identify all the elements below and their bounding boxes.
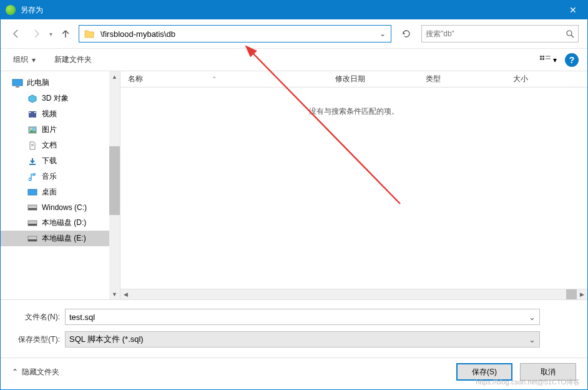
scroll-up-icon[interactable]: ▲ (109, 71, 120, 82)
svg-rect-24 (28, 239, 37, 241)
chevron-down-icon[interactable]: ⌄ (375, 29, 391, 38)
scroll-down-icon[interactable]: ▼ (109, 289, 120, 299)
filename-input[interactable]: test.sql ⌄ (65, 309, 540, 325)
document-icon (27, 141, 38, 151)
svg-rect-18 (28, 189, 37, 195)
window-title: 另存为 (21, 5, 559, 16)
tree-label: 3D 对象 (42, 93, 69, 104)
svg-rect-2 (540, 56, 542, 58)
organize-label: 组织 (13, 54, 28, 65)
tree-desktop[interactable]: 桌面 (1, 184, 109, 200)
filetype-select[interactable]: SQL 脚本文件 (*.sql) ⌄ (65, 331, 540, 348)
col-name-header[interactable]: 名称 ⌃ (128, 74, 335, 84)
chevron-down-icon[interactable]: ⌄ (529, 312, 536, 322)
search-input[interactable] (422, 29, 562, 38)
tree-label: 桌面 (42, 187, 57, 198)
desktop-icon (27, 188, 38, 198)
filetype-label: 保存类型(T): (12, 334, 65, 345)
tree-drive-d[interactable]: 本地磁盘 (D:) (1, 215, 109, 231)
organize-button[interactable]: 组织 ▾ (9, 52, 39, 68)
sidebar-tree: 此电脑 3D 对象 视频 图片 文档 (1, 71, 109, 299)
view-options-button[interactable]: ▾ (537, 53, 559, 67)
drive-icon (27, 218, 38, 228)
scroll-left-icon[interactable]: ◀ (120, 289, 131, 300)
tree-label: 此电脑 (27, 78, 49, 88)
film-icon (27, 109, 38, 119)
hide-folders-toggle[interactable]: ⌃ 隐藏文件夹 (12, 367, 59, 378)
svg-rect-22 (28, 224, 37, 226)
horizontal-scrollbar[interactable]: ◀ ▶ (120, 289, 587, 299)
tree-videos[interactable]: 视频 (1, 106, 109, 122)
picture-icon (27, 125, 38, 135)
scroll-right-icon[interactable]: ▶ (577, 289, 587, 300)
col-type-header[interactable]: 类型 (426, 74, 513, 84)
tree-label: 本地磁盘 (D:) (42, 218, 86, 228)
search-icon[interactable] (562, 29, 578, 38)
svg-rect-4 (540, 58, 542, 60)
tree-downloads[interactable]: 下载 (1, 153, 109, 169)
filetype-value: SQL 脚本文件 (*.sql) (69, 334, 144, 345)
new-folder-button[interactable]: 新建文件夹 (51, 52, 96, 68)
scroll-thumb[interactable] (566, 289, 577, 300)
scroll-thumb[interactable] (109, 146, 120, 215)
title-bar: 另存为 ✕ (1, 1, 587, 19)
tree-label: 音乐 (42, 171, 57, 182)
col-size-header[interactable]: 大小 (513, 74, 580, 84)
tree-label: 下载 (42, 156, 57, 166)
tree-label: Windows (C:) (42, 203, 87, 212)
nav-back-button[interactable] (9, 27, 23, 41)
tree-drive-e[interactable]: 本地磁盘 (E:) (1, 231, 109, 246)
help-icon[interactable]: ? (565, 53, 579, 67)
nav-history-dropdown[interactable]: ▾ (49, 31, 52, 38)
tree-documents[interactable]: 文档 (1, 138, 109, 153)
tree-3dobjects[interactable]: 3D 对象 (1, 91, 109, 106)
svg-rect-12 (34, 112, 36, 113)
svg-rect-3 (542, 56, 544, 58)
music-icon (27, 172, 38, 182)
address-path: \firsblood-mybatis\db (99, 29, 375, 39)
download-icon (27, 156, 38, 166)
address-bar[interactable]: \firsblood-mybatis\db ⌄ (79, 25, 391, 42)
tree-label: 本地磁盘 (E:) (42, 233, 86, 244)
tree-label: 文档 (42, 140, 57, 151)
chevron-down-icon[interactable]: ⌄ (529, 335, 536, 344)
chevron-down-icon: ▾ (553, 56, 557, 64)
svg-point-0 (567, 31, 572, 36)
filename-value: test.sql (69, 312, 95, 322)
svg-rect-20 (28, 208, 37, 210)
cancel-button[interactable]: 取消 (520, 363, 576, 381)
app-icon (6, 5, 16, 15)
column-headers: 名称 ⌃ 修改日期 类型 大小 (120, 71, 587, 88)
nav-up-button[interactable] (59, 27, 72, 41)
sidebar-scrollbar[interactable]: ▲ ▼ (109, 71, 120, 299)
nav-forward-button[interactable] (29, 27, 43, 41)
tree-label: 视频 (42, 109, 57, 119)
newfolder-label: 新建文件夹 (54, 54, 92, 65)
close-button[interactable]: ✕ (559, 1, 587, 19)
svg-rect-5 (542, 58, 544, 60)
sort-asc-icon: ⌃ (212, 76, 217, 82)
svg-rect-9 (16, 86, 19, 88)
svg-line-1 (571, 35, 574, 38)
tree-music[interactable]: 音乐 (1, 169, 109, 184)
save-button[interactable]: 保存(S) (456, 363, 512, 381)
tree-this-pc[interactable]: 此电脑 (1, 75, 109, 91)
svg-rect-11 (29, 112, 31, 113)
refresh-button[interactable] (398, 25, 415, 42)
chevron-up-icon: ⌃ (12, 368, 18, 376)
chevron-down-icon: ▾ (32, 56, 36, 64)
search-box[interactable] (421, 25, 579, 42)
svg-point-14 (31, 128, 32, 129)
drive-icon (27, 234, 38, 244)
tree-drive-c[interactable]: Windows (C:) (1, 200, 109, 215)
folder-icon (83, 28, 96, 40)
empty-state: 没有与搜索条件匹配的项。 (120, 88, 587, 117)
col-modified-header[interactable]: 修改日期 (335, 74, 426, 84)
monitor-icon (12, 78, 23, 88)
svg-rect-8 (12, 79, 22, 86)
cube-icon (27, 94, 38, 104)
tree-label: 图片 (42, 124, 57, 135)
hide-folders-label: 隐藏文件夹 (22, 367, 59, 378)
tree-pictures[interactable]: 图片 (1, 122, 109, 138)
filename-label: 文件名(N): (12, 312, 65, 322)
